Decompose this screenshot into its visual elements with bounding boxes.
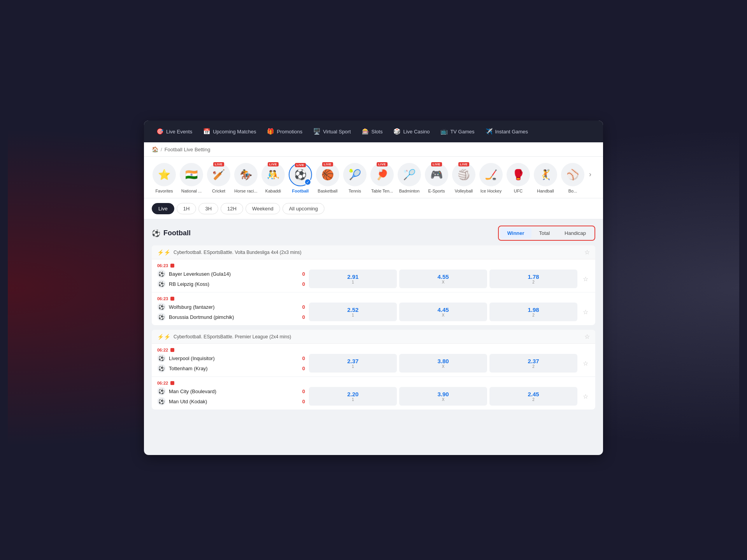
match-star-btn-match3[interactable]: ☆: [581, 360, 590, 367]
nav-item-tv-games[interactable]: 📺TV Games: [436, 125, 479, 138]
breadcrumb-path: Football Live Betting: [165, 147, 210, 152]
odd-cell-match2-0[interactable]: 2.52 1: [309, 303, 397, 321]
odd-label-match4-1: X: [442, 397, 445, 402]
nav-label-slots: Slots: [372, 129, 383, 135]
team2-logo-match2: ⚽: [157, 313, 166, 321]
sport-icon-wrap-handball: 🤾: [534, 163, 557, 186]
team1-score-match4: 0: [299, 388, 305, 394]
sport-item-volleyball[interactable]: LIVE 🏐 Volleyball: [451, 163, 476, 193]
sport-item-more[interactable]: ⚾ Bo...: [560, 163, 585, 193]
team1-row-match2: ⚽ Wolfsburg (fantazer) 0: [157, 303, 305, 311]
bet-type-btn-total[interactable]: Total: [532, 228, 557, 238]
sport-icon-wrap-badminton: 🏸: [398, 163, 421, 186]
team1-name-match1: Bayer Leverkusen (Gula14): [169, 271, 296, 277]
filter-btn-12h[interactable]: 12H: [221, 203, 243, 214]
live-badge-basketball: LIVE: [322, 162, 333, 166]
nav-icon-live-casino: 🎲: [393, 128, 401, 135]
sport-item-national[interactable]: 🇮🇳 National ...: [179, 163, 204, 193]
sport-icon-esports: 🎮: [430, 169, 443, 181]
odd-cell-match4-0[interactable]: 2.20 1: [309, 387, 397, 406]
sport-item-favorites[interactable]: ⭐ Favorites: [152, 163, 177, 193]
filter-btn-live[interactable]: Live: [152, 203, 174, 214]
sport-item-basketball[interactable]: LIVE 🏀 Basketball: [315, 163, 340, 193]
nav-item-instant-games[interactable]: ✈️Instant Games: [481, 125, 533, 138]
nav-item-slots[interactable]: 🎰Slots: [357, 125, 388, 138]
group-fav-btn-group1[interactable]: ☆: [584, 248, 590, 256]
sport-item-handball[interactable]: 🤾 Handball: [533, 163, 558, 193]
sport-label-volleyball: Volleyball: [455, 189, 473, 193]
home-icon[interactable]: 🏠: [152, 146, 158, 152]
odd-label-match1-2: 2: [532, 280, 535, 284]
sport-item-kabaddi[interactable]: LIVE 🤼 Kabaddi: [261, 163, 286, 193]
live-badge-football: LIVE: [295, 163, 306, 167]
match-row-match4: 06:22 ⚽ Man City (Boulevard) 0 ⚽ Man Utd…: [152, 377, 595, 410]
sport-icon-kabaddi: 🤼: [267, 169, 279, 181]
odd-label-match3-0: 1: [352, 364, 354, 369]
group-fav-btn-group2[interactable]: ☆: [584, 333, 590, 340]
sport-item-tennis[interactable]: 🎾 Tennis: [342, 163, 367, 193]
sport-item-ufc[interactable]: 🥊 UFC: [506, 163, 531, 193]
nav-item-promotions[interactable]: 🎁Promotions: [262, 125, 307, 138]
match-group-group2: ⚡⚡ Cyberfootball. ESportsBattle. Premier…: [152, 330, 595, 410]
bet-type-btn-winner[interactable]: Winner: [500, 228, 531, 238]
breadcrumb-separator: /: [161, 147, 162, 152]
odd-cell-match1-1[interactable]: 4.55 X: [399, 270, 487, 288]
sport-icon-basketball: 🏀: [321, 169, 334, 181]
team1-logo-match1: ⚽: [157, 270, 166, 278]
sport-icon-favorites: ⭐: [158, 169, 170, 181]
sports-scroll: ⭐ Favorites 🇮🇳 National ... LIVE 🏏 Crick…: [144, 157, 603, 198]
team2-score-match1: 0: [299, 281, 305, 287]
odd-value-match3-1: 3.80: [437, 358, 449, 364]
sport-item-ice-hockey[interactable]: 🏒 Ice Hockey: [479, 163, 503, 193]
team2-score-match2: 0: [299, 314, 305, 320]
filter-btn-1h[interactable]: 1H: [177, 203, 196, 214]
sport-item-esports[interactable]: LIVE 🎮 E-Sports: [424, 163, 449, 193]
odd-cell-match3-2[interactable]: 2.37 2: [489, 354, 577, 373]
match-star-btn-match2[interactable]: ☆: [581, 308, 590, 316]
match-groups-container: ⚡⚡ Cyberfootball. ESportsBattle. Volta B…: [152, 245, 595, 410]
odd-cell-match1-2[interactable]: 1.78 2: [489, 270, 577, 288]
match-star-btn-match4[interactable]: ☆: [581, 393, 590, 400]
odd-cell-match1-0[interactable]: 2.91 1: [309, 270, 397, 288]
sport-icon-volleyball: 🏐: [458, 169, 470, 181]
group-title-text-group1: Cyberfootball. ESportsBattle. Volta Bund…: [174, 250, 302, 255]
odd-cell-match3-1[interactable]: 3.80 X: [399, 354, 487, 373]
match-row-match3: 06:22 ⚽ Liverpool (Inquisitor) 0 ⚽ Totte…: [152, 344, 595, 377]
sport-item-horse-racing[interactable]: 🏇 Horse raci...: [233, 163, 258, 193]
odds-row-match1: 2.91 1 4.55 X 1.78 2: [309, 270, 577, 288]
sport-item-badminton[interactable]: 🏸 Badminton: [397, 163, 422, 193]
team2-logo-match4: ⚽: [157, 397, 166, 406]
filter-btn-3h[interactable]: 3H: [198, 203, 218, 214]
scroll-right-arrow[interactable]: ›: [587, 170, 593, 178]
nav-item-upcoming-matches[interactable]: 📅Upcoming Matches: [198, 125, 261, 138]
odd-value-match4-0: 2.20: [347, 391, 358, 397]
sport-item-cricket[interactable]: LIVE 🏏 Cricket: [206, 163, 231, 193]
sport-icon-more: ⚾: [566, 169, 579, 181]
odd-cell-match4-1[interactable]: 3.90 X: [399, 387, 487, 406]
nav-item-live-events[interactable]: 🎯Live Events: [152, 125, 197, 138]
odd-value-match2-2: 1.98: [528, 306, 539, 313]
live-badge-kabaddi: LIVE: [268, 162, 279, 166]
section-header: ⚽ Football WinnerTotalHandicap: [152, 226, 595, 241]
match-star-btn-match1[interactable]: ☆: [581, 275, 590, 283]
odd-value-match1-1: 4.55: [437, 273, 449, 280]
odd-cell-match2-1[interactable]: 4.45 X: [399, 303, 487, 321]
filter-btn-weekend[interactable]: Weekend: [245, 203, 280, 214]
sport-item-table-tennis[interactable]: LIVE 🏓 Table Ten...: [370, 163, 395, 193]
nav-item-live-casino[interactable]: 🎲Live Casino: [389, 125, 434, 138]
sport-icon-handball: 🤾: [539, 169, 552, 181]
bet-type-tabs: WinnerTotalHandicap: [498, 226, 595, 241]
group-title-group1: ⚡⚡ Cyberfootball. ESportsBattle. Volta B…: [157, 249, 302, 256]
odd-cell-match3-0[interactable]: 2.37 1: [309, 354, 397, 373]
nav-item-virtual-sport[interactable]: 🖥️Virtual Sport: [309, 125, 355, 138]
team-rows-match2: ⚽ Wolfsburg (fantazer) 0 ⚽ Borussia Dort…: [157, 303, 590, 321]
odd-cell-match2-2[interactable]: 1.98 2: [489, 303, 577, 321]
bet-type-btn-handicap[interactable]: Handicap: [558, 228, 593, 238]
sport-label-basketball: Basketball: [318, 189, 338, 193]
nav-label-upcoming-matches: Upcoming Matches: [213, 129, 256, 135]
sport-icon-cricket: 🏏: [212, 169, 225, 181]
odd-cell-match4-2[interactable]: 2.45 2: [489, 387, 577, 406]
sport-item-football[interactable]: LIVE ⚽ ✓ Football: [288, 163, 313, 193]
filter-btn-all-upcoming[interactable]: All upcoming: [282, 203, 324, 214]
section-title-text: Football: [163, 229, 191, 237]
